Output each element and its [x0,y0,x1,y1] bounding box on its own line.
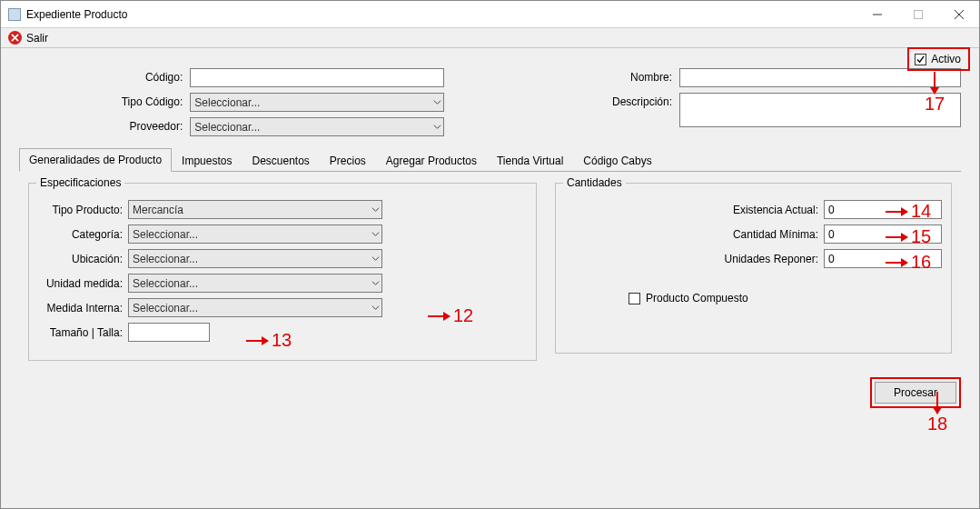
chevron-down-icon [433,96,441,109]
activo-label: Activo [931,53,961,65]
salir-button[interactable]: Salir [8,31,48,45]
maximize-button[interactable] [897,1,938,27]
proveedor-label: Proveedor: [19,117,184,133]
checkmark-icon [916,55,925,64]
categoria-label: Categoría: [38,228,123,241]
tipo-codigo-label: Tipo Código: [19,93,184,108]
chevron-down-icon [433,121,441,134]
codigo-label: Código: [19,68,184,84]
minima-label: Cantidad Mínima: [733,228,818,241]
medida-interna-label: Medida Interna: [38,302,123,314]
tab-content: Especificaciones Tipo Producto: Mercancí… [19,172,961,372]
tab-generalidades[interactable]: Generalidades de Producto [19,148,172,172]
tab-tienda-virtual[interactable]: Tienda Virtual [487,149,573,172]
close-button[interactable] [938,1,979,27]
maximize-icon [914,10,923,19]
activo-checkbox-wrap[interactable]: Activo [907,47,970,71]
cantidades-fieldset: Cantidades Existencia Actual: Cantidad M… [555,183,952,354]
existencia-label: Existencia Actual: [733,204,818,216]
procesar-wrap: Procesar [19,372,961,408]
chevron-down-icon [371,253,380,265]
medida-interna-select[interactable]: Seleccionar... [128,298,382,317]
ubicacion-label: Ubicación: [38,253,123,265]
procesar-highlight: Procesar [870,377,961,408]
chevron-down-icon [371,302,380,314]
window-title: Expediente Producto [26,8,856,21]
tipo-producto-label: Tipo Producto: [38,204,123,216]
header-form: Código: Nombre: Tipo Código: Seleccionar… [1,55,979,145]
tipo-codigo-select[interactable]: Seleccionar... [190,93,444,112]
tab-precios[interactable]: Precios [320,149,376,172]
chevron-down-icon [371,228,380,241]
activo-checkbox[interactable] [915,54,926,65]
categoria-select[interactable]: Seleccionar... [128,225,382,244]
svg-rect-1 [914,10,922,18]
chevron-down-icon [371,204,380,216]
producto-compuesto-checkbox-wrap[interactable]: Producto Compuesto [629,292,942,304]
codigo-input[interactable] [190,68,444,87]
reponer-label: Unidades Reponer: [725,253,818,265]
minimize-button[interactable] [856,1,897,27]
tamano-input[interactable] [128,323,210,342]
app-icon [8,8,21,21]
tab-impuestos[interactable]: Impuestos [172,149,242,172]
existencia-input[interactable] [824,200,942,219]
descripcion-label: Descripción: [510,93,674,108]
chevron-down-icon [371,277,380,290]
toolbar: Salir [1,28,979,48]
qty-legend: Cantidades [563,176,626,189]
reponer-input[interactable] [824,249,942,268]
titlebar: Expediente Producto [1,1,979,28]
top-row: Activo [1,48,979,55]
unidad-medida-label: Unidad medida: [38,277,123,290]
producto-compuesto-checkbox[interactable] [629,293,640,304]
tab-codigo-cabys[interactable]: Código Cabys [573,149,661,172]
close-icon [955,10,964,19]
proveedor-select[interactable]: Seleccionar... [190,117,444,136]
tipo-producto-select[interactable]: Mercancía [128,200,382,219]
especificaciones-fieldset: Especificaciones Tipo Producto: Mercancí… [28,183,537,361]
ubicacion-select[interactable]: Seleccionar... [128,249,382,268]
unidad-medida-select[interactable]: Seleccionar... [128,274,382,293]
nombre-label: Nombre: [510,68,674,84]
tabs: Generalidades de Producto Impuestos Desc… [19,147,961,172]
procesar-button[interactable]: Procesar [875,382,956,404]
producto-compuesto-label: Producto Compuesto [646,292,748,304]
exit-icon [8,31,22,45]
nombre-input[interactable] [679,68,961,87]
descripcion-textarea[interactable] [679,93,961,127]
tamano-label: Tamaño | Talla: [38,326,123,339]
window-root: Expediente Producto Salir Ac [0,0,980,509]
salir-label: Salir [26,32,48,45]
spec-legend: Especificaciones [36,176,124,189]
minima-input[interactable] [824,225,942,244]
tab-agregar-productos[interactable]: Agregar Productos [376,149,487,172]
minimize-icon [873,10,882,19]
tab-descuentos[interactable]: Descuentos [242,149,319,172]
